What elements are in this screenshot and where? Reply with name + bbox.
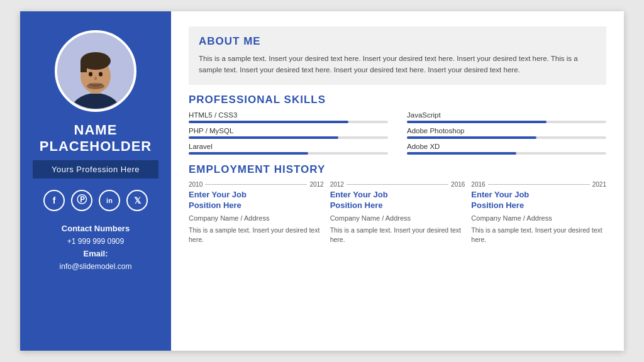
skill-bar-fill (407, 152, 516, 155)
svg-point-6 (89, 72, 92, 77)
emp-dates: 2016 2021 (471, 181, 606, 188)
skill-label: Laravel (189, 143, 388, 150)
skill-item: Laravel (189, 143, 388, 155)
emp-company: Company Name / Address (471, 214, 606, 222)
avatar (55, 30, 136, 112)
svg-point-7 (99, 72, 103, 77)
emp-date-divider (347, 184, 448, 185)
emp-year-start: 2012 (330, 181, 344, 188)
emp-date-divider (488, 184, 590, 185)
employment-column: 2010 2012 Enter Your JobPosition Here Co… (189, 181, 324, 245)
avatar-image (58, 33, 133, 109)
skill-label: JavaScript (407, 111, 606, 119)
emp-company: Company Name / Address (189, 214, 324, 222)
emp-year-end: 2016 (451, 181, 465, 188)
contact-numbers-label: Contact Numbers (60, 222, 132, 236)
skill-item: Adobe Photoshop (407, 127, 606, 139)
skill-bar-fill (189, 136, 338, 139)
emp-year-start: 2016 (471, 181, 485, 188)
emp-company: Company Name / Address (330, 214, 465, 222)
about-text: This is a sample text. Insert your desir… (199, 53, 596, 76)
skill-item: HTML5 / CSS3 (189, 111, 388, 123)
email-address: info@slidemodel.com (60, 262, 132, 271)
skills-grid: HTML5 / CSS3 JavaScript PHP / MySQL Adob… (189, 111, 606, 155)
about-title: ABOUT ME (199, 35, 596, 48)
profession-label: Yours Profession Here (33, 160, 158, 178)
emp-description: This is a sample text. Insert your desir… (330, 226, 465, 246)
skill-bar-fill (407, 121, 547, 123)
contact-section: Contact Numbers +1 999 999 0909 Email: i… (60, 222, 132, 273)
linkedin-icon[interactable]: in (99, 190, 120, 211)
skill-bar-bg (189, 152, 388, 155)
skill-label: Adobe Photoshop (407, 127, 606, 134)
skill-bar-bg (189, 121, 388, 123)
social-icons-group: f Ⓟ in 𝕏 (43, 190, 148, 211)
skill-bar-fill (407, 136, 536, 139)
sidebar: NAME PLACEHOLDER Yours Profession Here f… (20, 11, 171, 351)
emp-year-end: 2012 (309, 181, 323, 188)
skills-title: PROFESSIONAL SKILLS (189, 94, 606, 106)
skill-bar-bg (407, 136, 606, 139)
phone-number: +1 999 999 0909 (67, 237, 124, 246)
emp-year-end: 2021 (592, 181, 606, 188)
skill-label: PHP / MySQL (189, 127, 388, 134)
emp-dates: 2010 2012 (189, 181, 324, 188)
emp-job-title: Enter Your JobPosition Here (471, 190, 606, 211)
name-line2: PLACEHOLDER (40, 138, 152, 154)
svg-rect-5 (80, 61, 87, 72)
person-name: NAME PLACEHOLDER (40, 122, 152, 155)
employment-column: 2012 2016 Enter Your JobPosition Here Co… (330, 181, 465, 245)
skills-section: PROFESSIONAL SKILLS HTML5 / CSS3 JavaScr… (189, 94, 606, 155)
skill-bar-fill (189, 121, 348, 123)
svg-point-8 (94, 77, 97, 80)
emp-description: This is a sample text. Insert your desir… (189, 226, 324, 246)
pinterest-icon[interactable]: Ⓟ (71, 190, 92, 211)
name-line1: NAME (74, 122, 118, 138)
skill-bar-bg (189, 136, 388, 139)
facebook-icon[interactable]: f (43, 190, 65, 211)
main-content: ABOUT ME This is a sample text. Insert y… (171, 11, 624, 351)
email-label: Email: (60, 248, 132, 261)
emp-dates: 2012 2016 (330, 181, 465, 188)
employment-column: 2016 2021 Enter Your JobPosition Here Co… (471, 181, 606, 245)
about-section: ABOUT ME This is a sample text. Insert y… (189, 26, 606, 85)
skill-bar-bg (407, 121, 606, 123)
emp-description: This is a sample text. Insert your desir… (471, 226, 606, 246)
emp-job-title: Enter Your JobPosition Here (189, 190, 324, 211)
skill-bar-bg (407, 152, 606, 155)
employment-grid: 2010 2012 Enter Your JobPosition Here Co… (189, 181, 606, 245)
skill-item: JavaScript (407, 111, 606, 123)
svg-point-9 (87, 83, 104, 89)
emp-date-divider (205, 184, 307, 185)
employment-title: EMPLOYMENT HISTORY (189, 163, 606, 176)
emp-year-start: 2010 (189, 181, 203, 188)
skill-bar-fill (189, 152, 308, 155)
twitter-icon[interactable]: 𝕏 (126, 190, 148, 211)
skill-item: PHP / MySQL (189, 127, 388, 139)
emp-job-title: Enter Your JobPosition Here (330, 190, 465, 211)
skill-item: Adobe XD (407, 143, 606, 155)
skill-label: HTML5 / CSS3 (189, 111, 388, 119)
skill-label: Adobe XD (407, 143, 606, 150)
employment-section: EMPLOYMENT HISTORY 2010 2012 Enter Your … (189, 163, 606, 245)
resume-card: NAME PLACEHOLDER Yours Profession Here f… (20, 11, 624, 351)
